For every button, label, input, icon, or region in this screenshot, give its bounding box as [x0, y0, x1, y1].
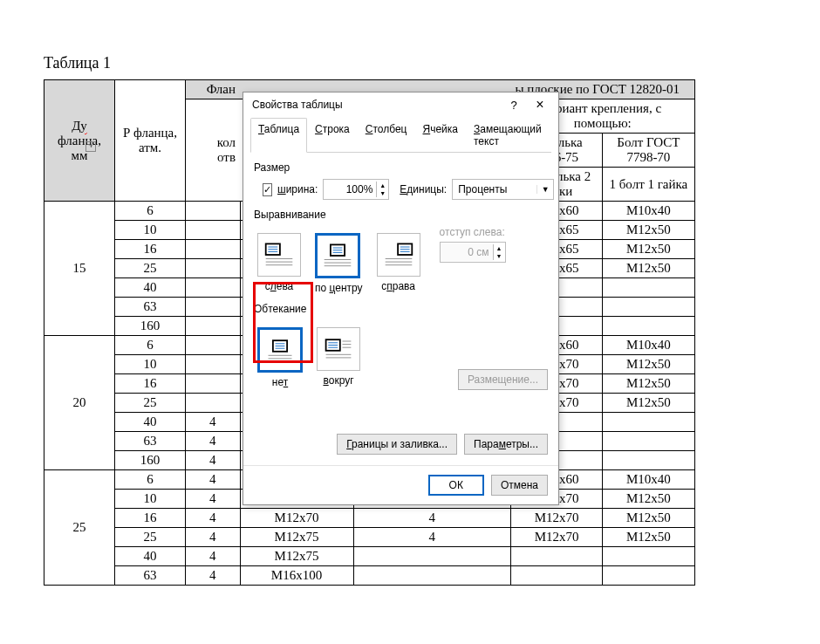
spin-up-icon: ▲	[493, 244, 505, 252]
align-left-icon	[263, 239, 295, 271]
spin-down-icon[interactable]: ▼	[376, 189, 388, 197]
borders-button[interactable]: Границы и заливка...	[337, 434, 457, 455]
wrap-none-option[interactable]	[257, 327, 303, 373]
ok-button[interactable]: ОК	[428, 475, 484, 496]
help-button[interactable]: ?	[501, 99, 527, 112]
chevron-down-icon[interactable]: ▼	[536, 185, 553, 194]
header-flan: Флан	[186, 80, 241, 99]
wrap-around-icon	[323, 333, 354, 365]
tab-alt-text[interactable]: Замещающий текст	[466, 118, 551, 153]
dialog-titlebar[interactable]: Свойства таблицы ? ×	[243, 92, 558, 117]
table-row: 634М16х100	[44, 566, 695, 586]
align-right-option[interactable]	[377, 233, 420, 277]
align-center-icon	[322, 240, 353, 271]
wrap-around-option[interactable]	[317, 327, 360, 371]
dialog-title: Свойства таблицы	[252, 99, 501, 111]
table-properties-dialog: Свойства таблицы ? × Таблица Строка Стол…	[243, 92, 559, 505]
tab-table[interactable]: Таблица	[250, 118, 307, 153]
units-combo[interactable]: ▼	[452, 179, 554, 200]
params-button[interactable]: Параметры...	[464, 434, 548, 455]
indent-spinner: ▲▼	[440, 242, 506, 263]
close-button[interactable]: ×	[527, 97, 553, 113]
tab-cell[interactable]: Ячейка	[415, 118, 467, 153]
col-bolt: Болт ГОСТ 7798-70	[603, 134, 694, 168]
size-group-label: Размер	[254, 161, 548, 174]
width-input[interactable]	[324, 181, 376, 198]
wrap-none-icon	[264, 334, 296, 366]
align-right-icon	[383, 239, 414, 271]
wrap-group-label: Обтекание	[254, 303, 548, 315]
tab-column[interactable]: Столбец	[358, 118, 415, 153]
units-input[interactable]	[453, 181, 536, 198]
width-checkbox[interactable]: ✓	[263, 183, 272, 196]
du-label: Ду	[72, 119, 87, 133]
width-label: ширина:	[277, 183, 318, 195]
indent-input	[441, 243, 493, 261]
table-caption: Таблица 1	[44, 54, 695, 72]
align-left-option[interactable]	[257, 233, 301, 277]
spin-up-icon[interactable]: ▲	[376, 182, 388, 189]
align-center-option[interactable]	[315, 233, 360, 278]
width-spinner[interactable]: ▲▼	[323, 179, 389, 200]
tab-row[interactable]: Строка	[307, 118, 358, 153]
align-group-label: Выравнивание	[254, 209, 548, 221]
indent-label: отступ слева:	[440, 226, 506, 238]
col-p: Р фланца, атм.	[115, 80, 186, 202]
cancel-button[interactable]: Отмена	[491, 475, 548, 496]
units-label: Единицы:	[400, 183, 447, 195]
dialog-tabs: Таблица Строка Столбец Ячейка Замещающий…	[250, 117, 551, 153]
table-row: 254М12х754М12х70М12х50	[44, 528, 695, 547]
spin-down-icon: ▼	[493, 252, 505, 260]
table-anchor-icon[interactable]: +	[85, 141, 96, 152]
placement-button: Размещение...	[458, 369, 548, 390]
table-row: 164М12х704М12х70М12х50	[44, 509, 695, 528]
table-row: 404М12х75	[44, 547, 695, 566]
